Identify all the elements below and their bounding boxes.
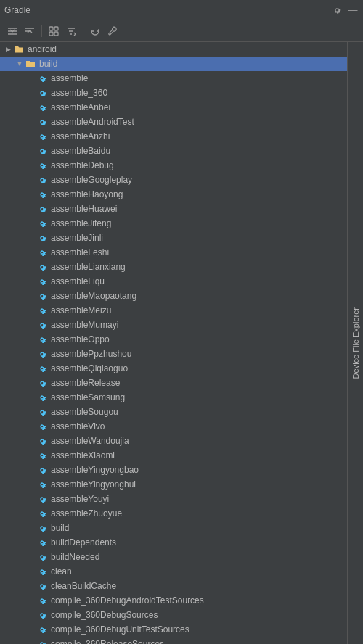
tree-item-assemble_360[interactable]: assemble_360	[0, 86, 347, 100]
tree-item-assemblePpzhushou[interactable]: assemblePpzhushou	[0, 347, 347, 361]
tree-item-label: assemble_360	[51, 88, 107, 98]
tree-item-assembleXiaomi[interactable]: assembleXiaomi	[0, 448, 347, 463]
tree-item-build[interactable]: ▼ build	[0, 57, 347, 71]
tree-item-assembleAnbei[interactable]: assembleAnbei	[0, 100, 347, 115]
tree-arrow	[26, 262, 36, 272]
tree-arrow	[26, 160, 36, 170]
tree-item-assembleYouyi[interactable]: assembleYouyi	[0, 492, 347, 506]
tree-item-label: assembleMumayi	[51, 320, 118, 330]
toolbar	[0, 20, 363, 42]
tree-arrow	[26, 421, 36, 432]
tree-item-label: assembleXiaomi	[51, 450, 115, 461]
tree-item-assembleJinli[interactable]: assembleJinli	[0, 231, 347, 245]
tree-item-assembleQiqiaoguo[interactable]: assembleQiqiaoguo	[0, 361, 347, 376]
tree-item-label: assembleGoogleplay	[51, 175, 132, 185]
expand-all-btn[interactable]	[4, 23, 20, 39]
sort-btn[interactable]	[63, 23, 79, 39]
svg-rect-3	[54, 32, 58, 36]
wrench-btn[interactable]	[105, 23, 121, 39]
tree-item-assembleAndroidTest[interactable]: assembleAndroidTest	[0, 115, 347, 129]
gear-task-icon	[36, 247, 48, 258]
tree-arrow	[26, 175, 36, 185]
tree-item-label: assembleRelease	[51, 378, 120, 388]
tree-item-clean[interactable]: clean	[0, 564, 347, 579]
tree-item-assembleSougou[interactable]: assembleSougou	[0, 405, 347, 419]
gear-task-icon	[36, 392, 48, 403]
gear-task-icon	[36, 406, 48, 418]
tree-arrow	[26, 407, 36, 417]
gear-task-icon	[36, 479, 48, 490]
tree-arrow	[26, 88, 36, 98]
gear-task-icon	[36, 305, 48, 316]
tree-item-compile_360ReleaseSources[interactable]: compile_360ReleaseSources	[0, 637, 347, 644]
gear-task-icon	[36, 290, 48, 302]
tree-item-assembleMeizu[interactable]: assembleMeizu	[0, 303, 347, 318]
tree-item-assembleLianxiang[interactable]: assembleLianxiang	[0, 260, 347, 274]
tree-item-label: compile_360DebugSources	[51, 610, 158, 620]
tree-item-assembleZhuoyue[interactable]: assembleZhuoyue	[0, 506, 347, 521]
tree-item-assembleRelease[interactable]: assembleRelease	[0, 376, 347, 390]
tree-item-assembleWandoujia[interactable]: assembleWandoujia	[0, 434, 347, 448]
sync-btn[interactable]	[87, 23, 103, 39]
tree-arrow: ▶	[3, 44, 13, 54]
tree-item-assemble[interactable]: assemble	[0, 71, 347, 86]
tree-item-assembleHuawei[interactable]: assembleHuawei	[0, 202, 347, 216]
tree-container[interactable]: ▶ android▼ build assemble assemble_360 a…	[0, 42, 347, 644]
tree-item-compile_360DebugSources[interactable]: compile_360DebugSources	[0, 608, 347, 622]
tree-item-assembleHaoyong[interactable]: assembleHaoyong	[0, 187, 347, 202]
tree-arrow	[26, 102, 36, 112]
tree-item-assembleGoogleplay[interactable]: assembleGoogleplay	[0, 173, 347, 187]
tree-arrow	[26, 479, 36, 490]
gear-task-icon	[36, 174, 48, 186]
tree-item-label: assembleAnzhi	[51, 131, 110, 141]
gear-task-icon	[36, 609, 48, 621]
tree-item-label: assembleYouyi	[51, 494, 109, 504]
tree-item-label: assemblePpzhushou	[51, 349, 131, 359]
gear-task-icon	[36, 276, 48, 287]
tree-item-assembleLeshi[interactable]: assembleLeshi	[0, 245, 347, 260]
tree-item-label: assembleBaidu	[51, 146, 110, 156]
gear-task-icon	[36, 377, 48, 389]
tree-item-label: assembleYingyongbao	[51, 465, 139, 475]
tree-item-label: assembleSougou	[51, 407, 118, 417]
tree-item-buildNeeded[interactable]: buildNeeded	[0, 550, 347, 564]
tree-item-build_task[interactable]: build	[0, 521, 347, 535]
tree-item-assembleBaidu[interactable]: assembleBaidu	[0, 144, 347, 158]
collapse-all-btn[interactable]	[22, 23, 38, 39]
gear-task-icon	[36, 131, 48, 142]
tree-item-assembleAnzhi[interactable]: assembleAnzhi	[0, 129, 347, 144]
tree-item-assembleLiqu[interactable]: assembleLiqu	[0, 274, 347, 289]
gear-task-icon	[36, 232, 48, 244]
tree-arrow	[26, 494, 36, 504]
gear-task-icon	[36, 421, 48, 432]
group-btn[interactable]	[46, 23, 62, 39]
tree-item-assembleOppo[interactable]: assembleOppo	[0, 332, 347, 347]
tree-item-label: buildDependents	[51, 537, 116, 548]
settings-icon-btn[interactable]	[331, 4, 343, 16]
tree-item-android[interactable]: ▶ android	[0, 42, 347, 57]
tree-item-assembleYingyongbao[interactable]: assembleYingyongbao	[0, 463, 347, 477]
toolbar-sep-1	[41, 25, 42, 37]
tree-item-label: assembleJifeng	[51, 218, 111, 228]
tree-item-buildDependents[interactable]: buildDependents	[0, 535, 347, 550]
tree-item-assembleMumayi[interactable]: assembleMumayi	[0, 318, 347, 332]
tree-item-assembleDebug[interactable]: assembleDebug	[0, 158, 347, 173]
tree-arrow	[26, 349, 36, 359]
gear-task-icon	[36, 73, 48, 84]
tree-item-assembleMaopaotang[interactable]: assembleMaopaotang	[0, 289, 347, 303]
minimize-icon-btn[interactable]: —	[347, 4, 359, 16]
tree-item-assembleYingyonghui[interactable]: assembleYingyonghui	[0, 477, 347, 492]
tree-item-assembleJifeng[interactable]: assembleJifeng	[0, 216, 347, 231]
tree-item-compile_360DebugAndroidTestSources[interactable]: compile_360DebugAndroidTestSources	[0, 593, 347, 608]
tree-item-assembleVivo[interactable]: assembleVivo	[0, 419, 347, 434]
gear-task-icon	[36, 87, 48, 99]
tree-item-label: assembleHuawei	[51, 204, 117, 214]
tree-item-label: assembleAndroidTest	[51, 117, 134, 127]
tree-arrow	[26, 639, 36, 644]
tree-item-cleanBuildCache[interactable]: cleanBuildCache	[0, 579, 347, 593]
tree-item-assembleSamsung[interactable]: assembleSamsung	[0, 390, 347, 405]
device-file-explorer-label[interactable]: Device File Explorer	[349, 302, 362, 384]
tree-item-compile_360DebugUnitTestSources[interactable]: compile_360DebugUnitTestSources	[0, 622, 347, 637]
tree-arrow	[26, 566, 36, 577]
gear-task-icon	[36, 334, 48, 345]
